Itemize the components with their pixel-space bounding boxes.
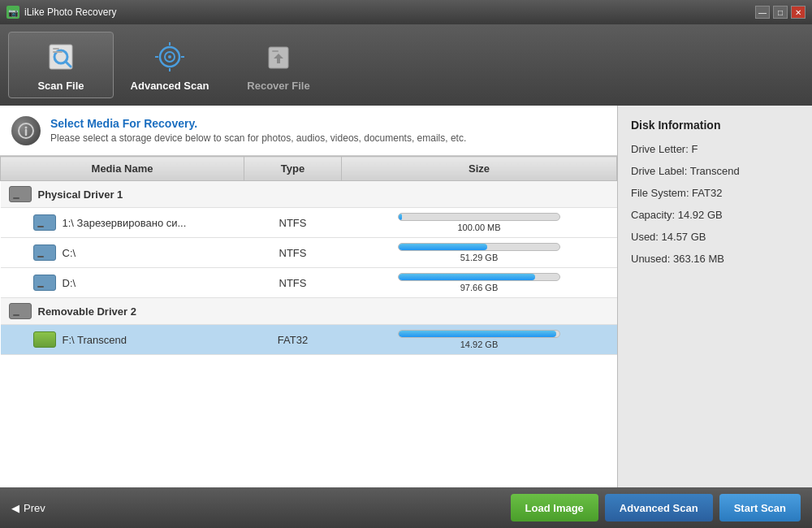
col-type: Type [244,157,342,181]
table-group-row: Physical Driver 1 [1,181,617,208]
disk-info-row: Unused: 363.16 MB [631,253,799,265]
prev-arrow-icon: ◀ [11,502,19,514]
hdd-icon [33,245,56,261]
disk-info-row: File System: FAT32 [631,187,799,199]
disk-info-row: Drive Label: Transcend [631,165,799,177]
drive-type: NTFS [244,268,342,298]
drive-type: NTFS [244,208,342,238]
prev-label: Prev [24,502,45,514]
advanced-scan-icon [152,39,188,75]
recover-file-icon [261,39,296,75]
progress-bar-bg [398,330,560,338]
progress-bar-bg [398,213,560,221]
group-name: Removable Driver 2 [1,298,617,325]
tab-recover-file[interactable]: Recover File [226,32,331,98]
media-table-container: Media Name Type Size Physical Driver 1 1… [0,156,617,487]
disk-info-row: Capacity: 14.92 GB [631,209,799,221]
minimize-button[interactable]: — [755,6,770,19]
size-cell: 100.00 MB [350,213,609,232]
drive-name-cell: C:\ [9,245,236,261]
drive-name-cell: F:\ Transcend [9,331,236,348]
app-icon: 📷 [6,6,19,19]
titlebar: 📷 iLike Photo Recovery — □ ✕ [0,0,812,24]
load-image-button[interactable]: Load Image [511,494,598,522]
table-group-row: Removable Driver 2 [1,298,617,325]
svg-point-16 [25,126,28,128]
toolbar: Scan File Advanced Scan Recover File [0,24,812,106]
close-button[interactable]: ✕ [791,6,806,19]
hdd-icon [9,186,32,202]
size-label: 97.66 GB [460,283,498,292]
disk-info-row: Drive Letter: F [631,143,799,155]
drive-name-cell: 1:\ Зарезервировано си... [9,214,236,231]
table-row[interactable]: F:\ Transcend FAT32 14.92 GB [1,325,617,355]
svg-rect-4 [53,51,63,53]
progress-bar-bg [398,243,560,251]
drive-type: FAT32 [244,325,342,355]
scan-file-icon [43,39,79,75]
drive-type: NTFS [244,238,342,268]
info-icon [11,116,41,145]
progress-bar-fill [399,274,535,280]
tab-recover-file-label: Recover File [247,80,309,92]
app-title: iLike Photo Recovery [24,6,755,18]
start-scan-button[interactable]: Start Scan [719,494,801,522]
progress-bar-bg [398,273,560,281]
svg-rect-3 [53,48,59,50]
drive-name: 1:\ Зарезервировано си... [63,217,187,229]
hdd-icon [9,303,32,319]
drive-name-cell: D:\ [9,275,236,291]
usb-icon [33,331,56,348]
right-panel: Disk Information Drive Letter: FDrive La… [617,106,812,487]
size-cell: 14.92 GB [350,330,609,349]
hdd-icon [33,275,56,291]
drive-name: C:\ [63,247,76,259]
size-label: 14.92 GB [460,340,498,349]
left-panel: Select Media For Recovery. Please select… [0,106,617,487]
size-cell: 97.66 GB [350,273,609,292]
col-media-name: Media Name [1,157,244,181]
table-header-row: Media Name Type Size [1,157,617,181]
size-cell: 51.29 GB [350,243,609,262]
maximize-button[interactable]: □ [773,6,788,19]
size-label: 100.00 MB [457,223,500,232]
disk-info-title: Disk Information [631,119,799,132]
hdd-icon [33,214,56,231]
window-controls: — □ ✕ [755,6,806,19]
tab-scan-file[interactable]: Scan File [8,32,114,98]
prev-button[interactable]: ◀ Prev [11,502,45,514]
progress-bar-fill [399,331,556,337]
svg-rect-13 [272,50,279,52]
info-title: Select Media For Recovery. [50,117,466,130]
bottom-bar: ◀ Prev Load Image Advanced Scan Start Sc… [0,487,812,528]
info-description: Please select a storage device below to … [50,132,466,144]
col-size: Size [342,157,617,181]
drive-name: D:\ [63,277,76,289]
tab-advanced-scan-label: Advanced Scan [131,80,209,92]
drive-name: F:\ Transcend [63,334,127,346]
disk-info-row: Used: 14.57 GB [631,231,799,243]
progress-bar-fill [399,244,487,250]
main-content: Select Media For Recovery. Please select… [0,106,812,487]
table-row[interactable]: C:\ NTFS 51.29 GB [1,238,617,268]
table-row[interactable]: 1:\ Зарезервировано си... NTFS 100.00 MB [1,208,617,238]
size-label: 51.29 GB [460,253,498,262]
info-bar: Select Media For Recovery. Please select… [0,106,617,156]
svg-point-7 [168,55,171,58]
info-text: Select Media For Recovery. Please select… [50,117,466,144]
tab-advanced-scan[interactable]: Advanced Scan [117,32,222,98]
advanced-scan-button[interactable]: Advanced Scan [605,494,713,522]
media-table: Media Name Type Size Physical Driver 1 1… [0,156,617,355]
progress-bar-fill [399,214,402,220]
table-row[interactable]: D:\ NTFS 97.66 GB [1,268,617,298]
group-name: Physical Driver 1 [1,181,617,208]
tab-scan-file-label: Scan File [37,80,84,92]
